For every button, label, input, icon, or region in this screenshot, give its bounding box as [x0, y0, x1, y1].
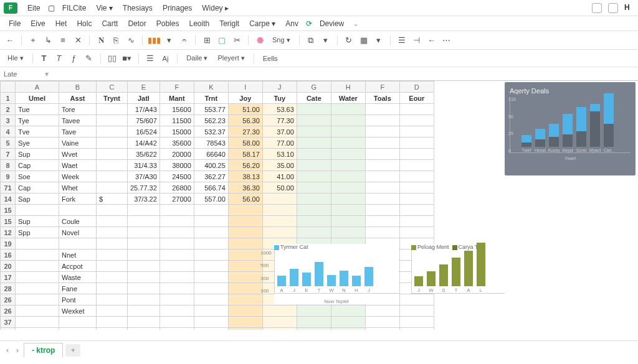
menu-file[interactable]: File: [4, 18, 26, 29]
table-row[interactable]: 15: [1, 205, 434, 216]
grid-icon[interactable]: ▦: [358, 34, 370, 47]
menu-deview[interactable]: Deview: [315, 18, 349, 29]
table-row[interactable]: 8CapWaet31/4.3338000400.2556.2035.00: [1, 160, 434, 171]
strike-btn[interactable]: ƒ: [68, 52, 80, 65]
formatbar: Hle ▾ T T ƒ ✎ ▯▯ ■▾ ☰ Aj Daile ▾ Pleyert…: [0, 50, 638, 67]
loop-icon[interactable]: ↻: [343, 34, 355, 47]
filter-icon[interactable]: ☰: [396, 34, 408, 47]
layer-dd-icon[interactable]: ▾: [320, 34, 332, 47]
table-row[interactable]: 7SupWvet35/622200006664058.1753.10: [1, 149, 434, 160]
menu-pobles[interactable]: Pobles: [151, 18, 184, 29]
menu-carpe[interactable]: Carpe ▾: [244, 18, 280, 29]
formula-input[interactable]: [52, 69, 634, 79]
col-header[interactable]: I: [228, 82, 262, 93]
menu-filcite[interactable]: FILCite: [57, 2, 92, 14]
col-header[interactable]: E: [128, 82, 160, 93]
table-row[interactable]: 12SppNovel: [1, 227, 434, 238]
col-header[interactable]: F: [365, 82, 399, 93]
table-row[interactable]: 9SoeWeek37/A3024500362.2738.1341.00: [1, 171, 434, 182]
pleyert-dropdown[interactable]: Pleyert ▾: [214, 53, 248, 63]
chart-dd-icon[interactable]: ▾: [163, 34, 175, 47]
col-header[interactable]: K: [194, 82, 228, 93]
menu-thesiays[interactable]: Thesiays: [118, 2, 158, 14]
col-header[interactable]: C: [97, 82, 128, 93]
table-row[interactable]: 15SupCoule: [1, 216, 434, 227]
add-sheet-button[interactable]: +: [65, 344, 80, 357]
indent-icon[interactable]: ⊣: [411, 34, 423, 47]
table-icon[interactable]: ⊞: [201, 34, 213, 47]
col-header[interactable]: B: [59, 82, 97, 93]
back-icon[interactable]: ←: [4, 34, 16, 47]
plus-icon[interactable]: +: [27, 34, 39, 47]
chart-icon[interactable]: ▮▮▮: [148, 34, 160, 47]
col-header[interactable]: H: [331, 82, 365, 93]
col-header[interactable]: F: [160, 82, 194, 93]
column-header-row[interactable]: A B C E F K I J G H F D: [1, 82, 434, 93]
bold-icon[interactable]: 𝐍: [95, 34, 107, 47]
sheet-tab-ktrop[interactable]: - ktrop: [24, 343, 63, 357]
col-header[interactable]: J: [262, 82, 297, 93]
more-icon[interactable]: H: [624, 3, 634, 13]
box-icon[interactable]: ▢: [216, 34, 228, 47]
percent-icon[interactable]: ▾: [373, 34, 385, 47]
table-row[interactable]: 14SapFork$37/3.2227000557.0056.00: [1, 194, 434, 205]
menu-anv[interactable]: Anv: [280, 18, 303, 29]
menu-teriglt[interactable]: Teriglt: [214, 18, 244, 29]
aj-label[interactable]: Aj: [159, 54, 173, 63]
menu-het[interactable]: Het: [50, 18, 72, 29]
sort-icon[interactable]: 𝄐: [178, 34, 190, 47]
align-left-icon[interactable]: ☰: [144, 52, 156, 65]
spark-icon[interactable]: ∿: [125, 34, 137, 47]
copy-icon[interactable]: ⎘: [110, 34, 122, 47]
chart-panel-aqerty[interactable]: Aqerty Deals 110 50 25 0 TwefHesalAoosyA…: [505, 82, 636, 175]
menu-widey[interactable]: Widey ▸: [197, 2, 234, 14]
hle-dropdown[interactable]: Hle ▾: [4, 53, 27, 63]
table-row[interactable]: 2TueTore17/A4315600553.7751.0053.63: [1, 104, 434, 115]
mini-chart-blue[interactable]: Tyrmer Cat 1000500300100 AJETWNHJ Nuw Te…: [274, 244, 399, 304]
tab-prev-icon[interactable]: ‹: [4, 345, 11, 356]
mobile-icon[interactable]: [592, 3, 602, 13]
menu-eite[interactable]: Eite: [22, 2, 45, 14]
daile-dropdown[interactable]: Daile ▾: [183, 53, 211, 63]
col-header[interactable]: A: [16, 82, 59, 93]
close-icon[interactable]: ✕: [72, 34, 84, 47]
menu-vie[interactable]: Vie ▾: [91, 2, 117, 14]
border-icon[interactable]: ▯▯: [106, 52, 118, 65]
mini-chart-olive[interactable]: Peloag Ment Carya Ting JWSTAL: [411, 244, 505, 294]
menu-detor[interactable]: Detor: [123, 18, 151, 29]
tag-icon[interactable]: ⬣: [254, 34, 266, 47]
cell-reference[interactable]: Late: [4, 70, 41, 78]
dropdown-icon[interactable]: ⌄: [349, 19, 363, 28]
app-icon[interactable]: F: [4, 2, 17, 14]
table-row[interactable]: 5SyeVaine14/A42356007854358.0077.00: [1, 138, 434, 149]
menu-cartt[interactable]: Cartt: [97, 18, 123, 29]
align-icon[interactable]: ≡: [57, 34, 69, 47]
ellipsis-icon[interactable]: ⋯: [440, 34, 453, 47]
col-header[interactable]: G: [297, 82, 331, 93]
refresh-icon[interactable]: ⟳: [303, 19, 315, 28]
table-row[interactable]: 25: [1, 328, 434, 330]
table-row[interactable]: 26Wexket: [1, 306, 434, 317]
col-header[interactable]: D: [399, 82, 434, 93]
settings-icon[interactable]: [608, 3, 618, 13]
menu-prinages[interactable]: Prinages: [158, 2, 197, 14]
outdent-icon[interactable]: ←: [426, 34, 438, 47]
tab-next-icon[interactable]: ›: [14, 345, 21, 356]
pen-icon[interactable]: ✎: [83, 52, 95, 65]
menu-leoith[interactable]: Leoith: [184, 18, 214, 29]
chevron-down-icon[interactable]: ▾: [45, 70, 49, 78]
table-row[interactable]: 37: [1, 317, 434, 328]
italic-btn[interactable]: T: [53, 52, 65, 65]
fill-icon[interactable]: ■▾: [121, 52, 133, 65]
eells-label[interactable]: Eells: [259, 54, 282, 63]
layer-icon[interactable]: ⧉: [305, 34, 317, 47]
table-row[interactable]: 71CapWhet25.77.3226800566.7436.3050.00: [1, 182, 434, 194]
menu-eive[interactable]: Eive: [26, 18, 50, 29]
bold-btn[interactable]: T: [38, 52, 50, 65]
menu-holc[interactable]: Holc: [72, 18, 97, 29]
sng-dropdown[interactable]: Sng ▾: [269, 35, 294, 45]
table-row[interactable]: 3TyeTavee75/60711500562.2356.3077.30: [1, 115, 434, 126]
cut-icon[interactable]: ✂: [231, 34, 243, 47]
arrow-icon[interactable]: ↳: [42, 34, 54, 47]
table-row[interactable]: 4TveTave16/52415000532.3727.3037.00: [1, 126, 434, 138]
